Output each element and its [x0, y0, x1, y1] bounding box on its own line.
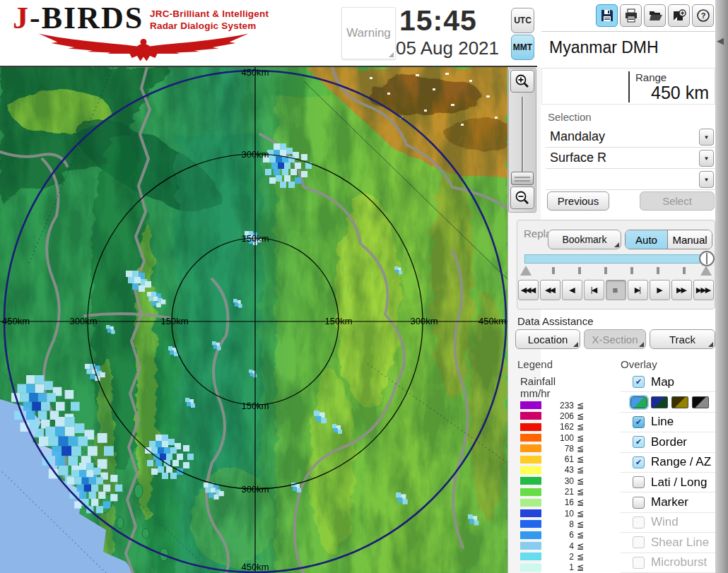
select-button[interactable]: Select — [640, 191, 715, 211]
replay-mode-group: Auto Manual — [625, 230, 712, 249]
mmt-button[interactable]: MMT — [511, 35, 534, 60]
auto-mode-button[interactable]: Auto — [626, 230, 668, 249]
overlay-checkbox[interactable]: ✔ — [633, 436, 645, 448]
overlay-row-wind[interactable]: Wind — [621, 513, 715, 533]
print-button[interactable] — [620, 4, 642, 27]
ring-label: 300km — [69, 316, 97, 326]
chevron-down-icon[interactable]: ▼ — [699, 150, 714, 167]
utc-button[interactable]: UTC — [511, 8, 534, 33]
legend-lte-symbol: ≦ — [577, 454, 584, 464]
legend-color-swatch — [520, 434, 541, 442]
bookmark-button-label: Bookmark — [562, 234, 606, 245]
zoom-out-button[interactable] — [510, 187, 534, 209]
map-style-selector — [621, 392, 715, 412]
overlay-row-shear-line[interactable]: Shear Line — [621, 533, 715, 553]
track-button[interactable]: Track — [650, 329, 715, 349]
legend-lte-symbol: ≦ — [577, 519, 584, 529]
replay-slider-handle[interactable] — [699, 251, 715, 266]
question-mark-icon: ? — [696, 8, 710, 23]
overlay-checkbox[interactable]: ✔ — [633, 376, 645, 388]
legend-value: 16 — [541, 497, 574, 507]
ring-label: 450km — [241, 67, 269, 78]
legend-row: 43 ≦ — [518, 465, 597, 475]
overlay-checkbox[interactable] — [633, 476, 645, 488]
slider-end-marker — [700, 266, 712, 276]
replay-stop-button[interactable]: ■ — [606, 280, 626, 300]
overlay-checkbox[interactable] — [633, 516, 645, 528]
overlay-checkbox[interactable]: ✔ — [633, 456, 645, 468]
logo-letter-j: J — [13, 1, 30, 35]
help-button[interactable]: ? — [692, 4, 714, 27]
overlay-section-label: Overlay — [621, 358, 657, 370]
location-button[interactable]: Location — [515, 329, 580, 349]
radar-map[interactable]: 450km 300km 150km 150km 300km 450km 450k… — [0, 67, 507, 573]
overlay-checkbox[interactable] — [633, 536, 645, 548]
eagle-logo-icon — [10, 33, 277, 62]
overlay-checkbox[interactable] — [633, 557, 645, 569]
overlay-row-lati-long[interactable]: Lati / Long — [621, 473, 715, 492]
x-section-grip — [639, 342, 644, 347]
replay-play-button[interactable]: ▶ — [650, 280, 670, 300]
slider-tick — [552, 267, 555, 274]
zoom-in-button[interactable] — [510, 70, 534, 93]
overlay-row-range-az[interactable]: ✔ Range / AZ — [621, 453, 715, 473]
overlay-row-map[interactable]: ✔ Map — [621, 372, 715, 392]
legend-lte-symbol: ≦ — [577, 497, 584, 507]
map-style-swatch[interactable] — [671, 396, 688, 408]
previous-button[interactable]: Previous — [547, 191, 609, 211]
save-button[interactable] — [596, 4, 618, 27]
map-style-swatch[interactable] — [692, 396, 709, 408]
legend-row: 162 ≦ — [518, 422, 597, 432]
replay-step-back-button[interactable]: ◀ — [562, 280, 582, 300]
legend-lte-symbol: ≦ — [577, 530, 584, 540]
product-dropdown-value: Surface R — [550, 150, 606, 165]
zoom-slider-track[interactable] — [522, 97, 524, 172]
replay-forward-fast-button[interactable]: ▶▶▶ — [693, 280, 714, 300]
range-display: Range 450 km — [541, 68, 715, 105]
radar-map-area[interactable]: 450km 300km 150km 150km 300km 450km 450k… — [0, 67, 507, 573]
chevron-down-icon[interactable]: ▼ — [699, 171, 714, 188]
overlay-item-label: Wind — [651, 515, 679, 529]
overlay-row-microburst[interactable]: Microburst — [621, 553, 715, 573]
warning-button[interactable]: Warning — [341, 7, 396, 59]
open-file-button[interactable] — [644, 4, 666, 27]
playback-controls: ◀◀◀ ◀◀ ◀ |◀ ■ ▶| ▶ ▶▶ ▶▶▶ — [518, 280, 714, 300]
site-dropdown[interactable]: Mandalay ▼ — [546, 127, 715, 148]
replay-slider-track[interactable] — [524, 254, 707, 264]
panel-collapse-arrow-icon[interactable]: ◀ — [717, 35, 724, 46]
replay-rewind-button[interactable]: ◀◀ — [540, 280, 560, 300]
warning-resize-grip[interactable] — [389, 52, 394, 57]
legend-value: 6 — [541, 530, 574, 540]
map-style-swatch[interactable] — [651, 396, 668, 408]
replay-panel: Replay Bookmark Auto Manual ◀◀◀ ◀◀ ◀ |◀ … — [517, 220, 715, 309]
bookmark-button[interactable]: Bookmark — [548, 230, 621, 249]
add-view-button[interactable] — [668, 4, 690, 27]
overlay-row-marker[interactable]: Marker — [621, 492, 715, 512]
slider-tick — [683, 267, 686, 274]
legend-color-swatch — [520, 401, 541, 409]
map-style-swatch[interactable] — [630, 396, 647, 408]
replay-rewind-fast-button[interactable]: ◀◀◀ — [518, 280, 539, 300]
x-section-button[interactable]: X-Section — [584, 329, 646, 349]
manual-mode-button[interactable]: Manual — [668, 230, 712, 249]
option-dropdown[interactable]: ▼ — [546, 170, 715, 190]
overlay-checkbox[interactable]: ✔ — [633, 416, 645, 428]
selection-label: Selection — [548, 111, 592, 123]
overlay-checkbox[interactable] — [633, 497, 645, 509]
legend-lte-symbol: ≦ — [577, 401, 584, 410]
zoom-slider-handle[interactable] — [511, 172, 534, 185]
overlay-item-label: Range / AZ — [651, 455, 711, 469]
product-dropdown[interactable]: Surface R ▼ — [546, 148, 715, 169]
replay-skip-end-button[interactable]: ▶| — [628, 280, 648, 300]
legend-row: 6 ≦ — [518, 530, 597, 540]
chevron-down-icon[interactable]: ▼ — [699, 129, 714, 146]
range-divider-line — [628, 71, 630, 102]
replay-forward-button[interactable]: ▶▶ — [671, 280, 692, 300]
overlay-row-border[interactable]: ✔ Border — [621, 432, 715, 452]
overlay-item-label: Line — [651, 415, 674, 429]
replay-skip-start-button[interactable]: |◀ — [584, 280, 604, 300]
ring-label: 150km — [241, 233, 269, 244]
legend-lte-symbol: ≦ — [577, 509, 584, 519]
overlay-row-line[interactable]: ✔ Line — [621, 413, 715, 432]
overlay-item-label: Shear Line — [651, 536, 709, 550]
